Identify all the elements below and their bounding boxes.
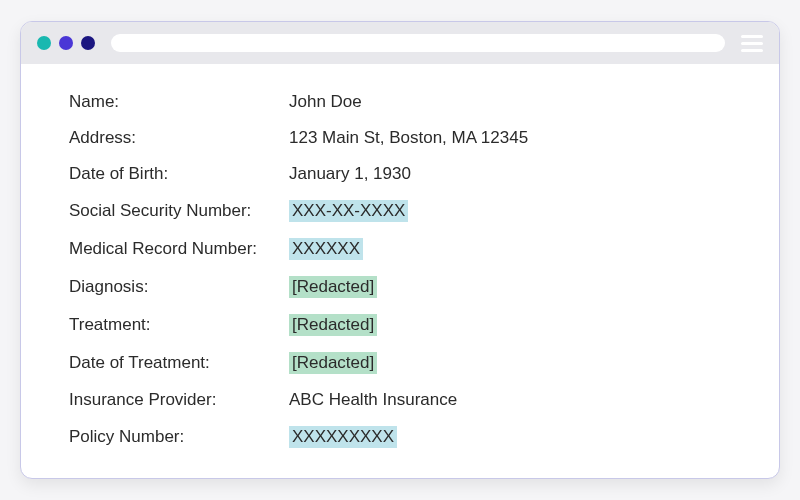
record-content: Name: John Doe Address: 123 Main St, Bos… (21, 64, 779, 478)
field-value: ABC Health Insurance (289, 390, 457, 410)
field-label: Date of Treatment: (69, 353, 289, 373)
field-value: John Doe (289, 92, 362, 112)
window-dot-3[interactable] (81, 36, 95, 50)
menu-icon[interactable] (741, 35, 763, 52)
window-dot-1[interactable] (37, 36, 51, 50)
field-row: Address: 123 Main St, Boston, MA 12345 (69, 128, 731, 148)
field-value-redacted: [Redacted] (289, 276, 377, 298)
field-value-masked: XXX-XX-XXXX (289, 200, 408, 222)
field-row: Treatment: [Redacted] (69, 314, 731, 336)
field-label: Treatment: (69, 315, 289, 335)
field-row: Date of Treatment: [Redacted] (69, 352, 731, 374)
field-value: 123 Main St, Boston, MA 12345 (289, 128, 528, 148)
field-label: Date of Birth: (69, 164, 289, 184)
field-label: Name: (69, 92, 289, 112)
field-value-masked: XXXXXXXXX (289, 426, 397, 448)
field-value-masked: XXXXXX (289, 238, 363, 260)
field-label: Policy Number: (69, 427, 289, 447)
field-value-redacted: [Redacted] (289, 314, 377, 336)
field-label: Diagnosis: (69, 277, 289, 297)
field-row: Policy Number: XXXXXXXXX (69, 426, 731, 448)
field-value-redacted: [Redacted] (289, 352, 377, 374)
browser-window: Name: John Doe Address: 123 Main St, Bos… (20, 21, 780, 479)
titlebar (21, 22, 779, 64)
field-label: Address: (69, 128, 289, 148)
field-label: Social Security Number: (69, 201, 289, 221)
field-row: Diagnosis: [Redacted] (69, 276, 731, 298)
field-row: Social Security Number: XXX-XX-XXXX (69, 200, 731, 222)
field-label: Medical Record Number: (69, 239, 289, 259)
field-row: Name: John Doe (69, 92, 731, 112)
field-value: January 1, 1930 (289, 164, 411, 184)
address-bar[interactable] (111, 34, 725, 52)
field-row: Date of Birth: January 1, 1930 (69, 164, 731, 184)
window-dot-2[interactable] (59, 36, 73, 50)
field-row: Insurance Provider: ABC Health Insurance (69, 390, 731, 410)
window-controls (37, 36, 95, 50)
field-row: Medical Record Number: XXXXXX (69, 238, 731, 260)
field-label: Insurance Provider: (69, 390, 289, 410)
